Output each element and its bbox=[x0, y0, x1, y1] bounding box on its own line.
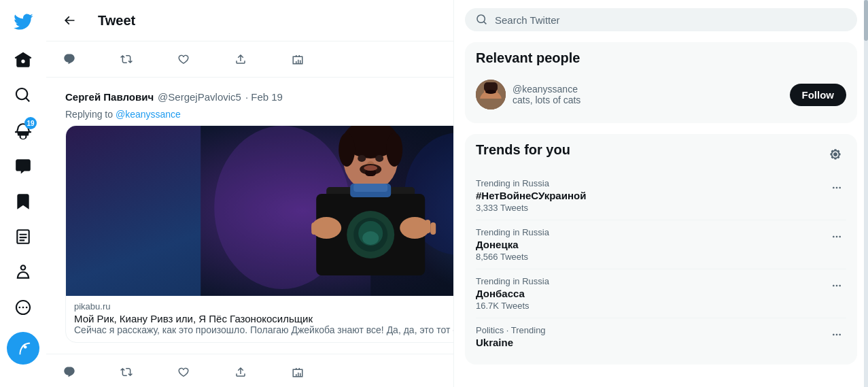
relevant-person-info: @keanyssance cats, lots of cats bbox=[513, 84, 783, 105]
trend-info-3: Trending in Russia Донбасса 16.7K Tweets bbox=[476, 276, 549, 311]
scrollbar-thumb[interactable] bbox=[864, 0, 868, 41]
trend-item-4[interactable]: Politics · Trending Ukraine bbox=[476, 318, 846, 356]
sidebar-item-notifications[interactable]: 19 bbox=[7, 114, 39, 147]
trend-info-4: Politics · Trending Ukraine bbox=[476, 325, 546, 350]
sidebar: 19 bbox=[0, 0, 46, 387]
trend-name-2: Донецка bbox=[476, 239, 549, 250]
trends-header: Trends for you bbox=[476, 142, 846, 166]
trend-more-4[interactable] bbox=[827, 325, 846, 344]
tweet-card-image bbox=[66, 126, 454, 296]
sidebar-item-more[interactable] bbox=[7, 291, 39, 324]
right-panel: Relevant people @keanyssance cats, lots … bbox=[454, 0, 868, 387]
trends-section: Trends for you Trending in Russia #НетВо… bbox=[465, 134, 857, 365]
trend-count-1: 3,333 Tweets bbox=[476, 203, 586, 213]
sidebar-item-lists[interactable] bbox=[7, 220, 39, 253]
retweet-icon[interactable] bbox=[114, 47, 139, 71]
sidebar-item-explore[interactable] bbox=[7, 79, 39, 112]
svg-point-15 bbox=[362, 231, 379, 245]
relevant-people-title: Relevant people bbox=[476, 50, 846, 66]
trend-item-2[interactable]: Trending in Russia Донецка 8,566 Tweets bbox=[476, 220, 846, 269]
svg-rect-32 bbox=[375, 153, 385, 155]
trend-label-1: Trending in Russia bbox=[476, 178, 586, 188]
tweet-body: Сергей Павлович @SergejPavlovic5 · Feb 1… bbox=[46, 78, 453, 351]
svg-point-29 bbox=[358, 155, 366, 162]
trend-more-3[interactable] bbox=[827, 276, 846, 295]
follow-button[interactable]: Follow bbox=[790, 84, 847, 106]
svg-point-28 bbox=[386, 133, 402, 167]
card-description: Сейчас я расскажу, как это произошло. По… bbox=[66, 324, 454, 342]
trends-title: Trends for you bbox=[476, 142, 570, 158]
svg-point-30 bbox=[375, 155, 383, 162]
card-source: pikabu.ru bbox=[66, 296, 454, 313]
display-name: Сергей Павлович bbox=[65, 91, 154, 103]
sidebar-item-messages[interactable] bbox=[7, 150, 39, 182]
card-title: Мой Рик, Киану Ривз или, Я Пёс Газонокос… bbox=[66, 313, 454, 324]
tweet-header: Tweet bbox=[46, 0, 453, 41]
tweet-card[interactable]: pikabu.ru Мой Рик, Киану Ривз или, Я Пёс… bbox=[65, 125, 454, 343]
sidebar-item-home[interactable] bbox=[7, 44, 39, 76]
svg-rect-31 bbox=[355, 153, 366, 155]
trend-info-1: Trending in Russia #НетВойнеСУкраиной 3,… bbox=[476, 178, 586, 213]
svg-point-44 bbox=[485, 90, 496, 94]
svg-point-36 bbox=[364, 165, 377, 171]
sidebar-item-bookmarks[interactable] bbox=[7, 185, 39, 218]
svg-rect-38 bbox=[353, 184, 387, 192]
trend-name-1: #НетВойнеСУкраиной bbox=[476, 190, 586, 201]
analytics-button[interactable] bbox=[285, 360, 310, 384]
svg-rect-23 bbox=[430, 222, 436, 235]
tweet-user-info: Сергей Павлович @SergejPavlovic5 · Feb 1… bbox=[65, 91, 283, 103]
trend-label-4: Politics · Trending bbox=[476, 325, 546, 335]
page-title: Tweet bbox=[98, 13, 135, 29]
reply-button[interactable] bbox=[57, 360, 82, 384]
tweet-user-row: Сергей Павлович @SergejPavlovic5 · Feb 1… bbox=[65, 86, 454, 107]
reply-icon[interactable] bbox=[57, 47, 82, 71]
trend-label-3: Trending in Russia bbox=[476, 276, 549, 286]
relevant-person-avatar bbox=[476, 80, 506, 110]
svg-rect-21 bbox=[419, 220, 425, 235]
trends-settings-icon[interactable] bbox=[824, 144, 846, 165]
search-input[interactable] bbox=[495, 14, 846, 26]
main-panel: Tweet bbox=[46, 0, 454, 387]
scrollbar-track[interactable] bbox=[864, 0, 868, 387]
analytics-icon[interactable] bbox=[285, 47, 310, 71]
back-button[interactable] bbox=[57, 8, 82, 33]
trend-name-4: Ukraine bbox=[476, 337, 546, 348]
svg-point-27 bbox=[338, 133, 355, 167]
trend-count-3: 16.7K Tweets bbox=[476, 301, 549, 311]
like-icon[interactable] bbox=[171, 47, 196, 71]
trend-more-1[interactable] bbox=[827, 178, 846, 197]
relevant-people-section: Relevant people @keanyssance cats, lots … bbox=[465, 42, 857, 123]
tweet-date: · Feb 19 bbox=[245, 91, 283, 103]
trend-label-2: Trending in Russia bbox=[476, 227, 549, 237]
top-action-bar bbox=[46, 41, 453, 78]
trend-count-2: 8,566 Tweets bbox=[476, 252, 549, 262]
tweet-content: Сергей Павлович @SergejPavlovic5 · Feb 1… bbox=[65, 86, 454, 343]
sidebar-item-profile[interactable] bbox=[7, 256, 39, 288]
search-bar[interactable] bbox=[465, 8, 857, 31]
like-button[interactable] bbox=[171, 360, 196, 384]
user-handle[interactable]: @SergejPavlovic5 bbox=[158, 91, 241, 103]
share-button[interactable] bbox=[228, 360, 253, 384]
trend-item-3[interactable]: Trending in Russia Донбасса 16.7K Tweets bbox=[476, 269, 846, 318]
reply-to: Replying to @keanyssance bbox=[65, 109, 454, 120]
trend-name-3: Донбасса bbox=[476, 288, 549, 299]
trend-more-2[interactable] bbox=[827, 227, 846, 246]
trend-item-1[interactable]: Trending in Russia #НетВойнеСУкраиной 3,… bbox=[476, 171, 846, 220]
svg-rect-43 bbox=[480, 99, 502, 110]
svg-rect-22 bbox=[425, 220, 430, 233]
relevant-person-bio: cats, lots of cats bbox=[513, 95, 783, 105]
reply-to-handle[interactable]: @keanyssance bbox=[116, 109, 181, 120]
svg-rect-19 bbox=[317, 220, 322, 233]
relevant-person: @keanyssance cats, lots of cats Follow bbox=[476, 74, 846, 115]
svg-rect-18 bbox=[311, 222, 317, 235]
relevant-person-handle[interactable]: @keanyssance bbox=[513, 84, 783, 95]
search-icon bbox=[476, 14, 488, 26]
twitter-logo[interactable] bbox=[7, 5, 39, 38]
trend-info-2: Trending in Russia Донецка 8,566 Tweets bbox=[476, 227, 549, 262]
share-icon[interactable] bbox=[228, 47, 253, 71]
bottom-action-bar bbox=[46, 354, 453, 387]
svg-rect-20 bbox=[322, 219, 328, 234]
retweet-button[interactable] bbox=[114, 360, 139, 384]
compose-button[interactable] bbox=[7, 332, 39, 365]
notification-count: 19 bbox=[24, 117, 37, 129]
